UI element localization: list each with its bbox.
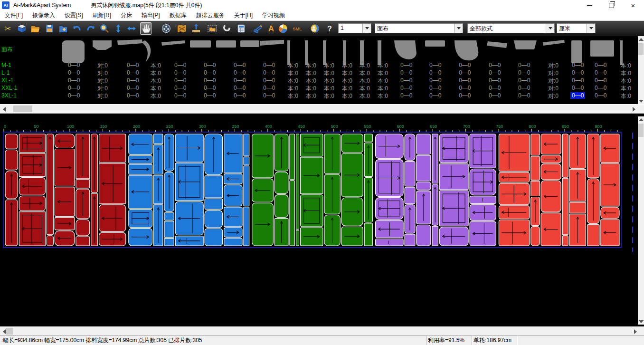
count-cell[interactable]: 本:0 <box>306 92 316 100</box>
panel-vertical-scrollbar[interactable] <box>638 36 644 104</box>
count-cell[interactable]: 本:0 <box>342 85 352 93</box>
size-row-label[interactable]: M-1 <box>1 62 11 68</box>
count-cell[interactable]: 0—0 <box>595 69 606 76</box>
count-cell[interactable]: 本:0 <box>360 69 370 77</box>
count-cell[interactable]: 0—0 <box>595 77 606 84</box>
count-cell[interactable]: 本:0 <box>151 85 161 93</box>
count-cell[interactable]: 0—0 <box>68 77 80 84</box>
marker-map-icon[interactable] <box>176 22 188 35</box>
count-cell[interactable]: 对:0 <box>548 62 559 70</box>
count-cell[interactable]: 0—0 <box>459 69 471 76</box>
scroll-down-icon[interactable] <box>638 318 644 325</box>
count-cell[interactable]: 对:0 <box>97 69 108 77</box>
count-cell[interactable]: 0—0 <box>400 77 412 84</box>
count-cell[interactable]: 0—0 <box>595 85 606 91</box>
count-cell[interactable]: 本:0 <box>306 85 316 93</box>
count-cell[interactable]: 0—0 <box>572 62 584 68</box>
scroll-up-icon[interactable] <box>638 116 644 123</box>
scroll-up-icon[interactable] <box>638 36 644 42</box>
count-cell[interactable]: 对:0 <box>97 62 108 70</box>
menu-item[interactable]: 输出[P] <box>137 10 165 20</box>
count-cell[interactable]: 0—0 <box>429 77 441 84</box>
hand-tool-icon[interactable] <box>140 22 152 35</box>
count-cell[interactable]: 本:0 <box>288 62 298 70</box>
count-cell[interactable]: 0—0 <box>234 77 246 84</box>
close-button[interactable]: × <box>622 0 644 10</box>
help-icon[interactable]: ? <box>324 22 335 35</box>
count-cell[interactable]: 0—0 <box>174 62 186 68</box>
count-cell[interactable]: 本:0 <box>360 77 370 85</box>
scroll-left-icon[interactable] <box>0 105 8 113</box>
menu-item[interactable]: 摄像录入 <box>28 10 60 20</box>
count-cell[interactable]: 本:0 <box>360 85 370 93</box>
count-cell[interactable]: 本:0 <box>288 77 298 85</box>
marker-canvas[interactable]: 0501001502002503003504004505005506006507… <box>0 114 644 326</box>
count-cell[interactable]: 0—0 <box>400 62 412 68</box>
count-cell[interactable]: 0—0 <box>518 77 530 84</box>
chevron-down-icon[interactable] <box>362 24 371 33</box>
cloud-user-icon[interactable] <box>309 22 321 35</box>
count-cell[interactable]: 0—0 <box>204 69 216 76</box>
count-cell[interactable]: 0—0 <box>127 85 139 91</box>
count-cell[interactable]: 本:0 <box>342 92 352 100</box>
canvas-horizontal-scrollbar[interactable] <box>0 326 644 335</box>
size-row-label[interactable]: 3XL-1 <box>1 92 17 99</box>
count-cell[interactable]: 0—0 <box>400 92 412 99</box>
menu-item[interactable]: 设置[S] <box>60 10 88 20</box>
count-cell[interactable]: 0—0 <box>595 62 606 68</box>
menu-item[interactable]: 数据库 <box>165 10 191 20</box>
menu-item[interactable]: 刷新[R] <box>88 10 116 20</box>
count-cell[interactable]: 0—0 <box>572 69 584 76</box>
count-cell[interactable]: 0—0 <box>518 62 530 68</box>
selected-count-cell[interactable]: 0—0 <box>570 92 585 99</box>
count-cell[interactable]: 本:0 <box>342 69 352 77</box>
count-cell[interactable]: 0—0 <box>263 77 275 84</box>
chevron-down-icon[interactable] <box>454 24 463 33</box>
panel-scroll-thumb[interactable] <box>638 43 644 55</box>
count-cell[interactable]: 本:0 <box>378 77 388 85</box>
count-cell[interactable]: 0—0 <box>459 92 471 99</box>
count-cell[interactable]: 本:0 <box>621 92 631 100</box>
count-cell[interactable]: 0—0 <box>204 85 216 91</box>
magnet-icon[interactable] <box>221 22 233 35</box>
count-cell[interactable]: 本:0 <box>342 77 352 85</box>
count-cell[interactable]: 0—0 <box>400 85 412 91</box>
count-cell[interactable]: 本:0 <box>306 62 316 70</box>
count-cell[interactable]: 0—0 <box>174 69 186 76</box>
count-cell[interactable]: 0—0 <box>174 92 186 99</box>
count-cell[interactable]: 本:0 <box>324 69 334 77</box>
count-cell[interactable]: 本:0 <box>378 69 388 77</box>
count-cell[interactable]: 本:0 <box>151 77 161 85</box>
sml-sizes-icon[interactable]: SML <box>292 22 303 35</box>
count-cell[interactable]: 0—0 <box>518 85 530 91</box>
count-cell[interactable]: 0—0 <box>68 69 80 76</box>
panel-horizontal-scrollbar[interactable] <box>0 104 644 114</box>
select-folder-icon[interactable] <box>207 22 218 35</box>
cut-icon[interactable] <box>252 22 264 35</box>
minimize-button[interactable] <box>578 0 600 10</box>
count-cell[interactable]: 0—0 <box>204 77 216 84</box>
count-cell[interactable]: 本:0 <box>621 85 631 93</box>
count-cell[interactable]: 0—0 <box>429 92 441 99</box>
count-cell[interactable]: 本:0 <box>324 85 334 93</box>
count-cell[interactable]: 本:0 <box>324 92 334 100</box>
count-cell[interactable]: 0—0 <box>429 69 441 76</box>
size-row-label[interactable]: XL-1 <box>1 77 13 84</box>
size-row-label[interactable]: L-1 <box>1 69 9 76</box>
count-cell[interactable]: 0—0 <box>234 69 246 76</box>
count-cell[interactable]: 本:0 <box>306 77 316 85</box>
count-cell[interactable]: 0—0 <box>595 92 606 99</box>
count-cell[interactable]: 0—0 <box>127 62 139 68</box>
count-cell[interactable]: 本:0 <box>324 77 334 85</box>
text-icon[interactable]: A <box>265 22 277 35</box>
count-cell[interactable]: 0—0 <box>489 85 501 91</box>
count-cell[interactable]: 0—0 <box>572 85 584 91</box>
count-cell[interactable]: 0—0 <box>127 69 139 76</box>
fabric-folder-icon[interactable] <box>16 22 28 35</box>
count-cell[interactable]: 0—0 <box>234 92 246 99</box>
count-cell[interactable]: 本:0 <box>151 92 161 100</box>
count-cell[interactable]: 本:0 <box>288 92 298 100</box>
count-cell[interactable]: 本:0 <box>378 92 388 100</box>
count-cell[interactable]: 0—0 <box>68 85 80 91</box>
save-icon[interactable] <box>44 22 55 35</box>
